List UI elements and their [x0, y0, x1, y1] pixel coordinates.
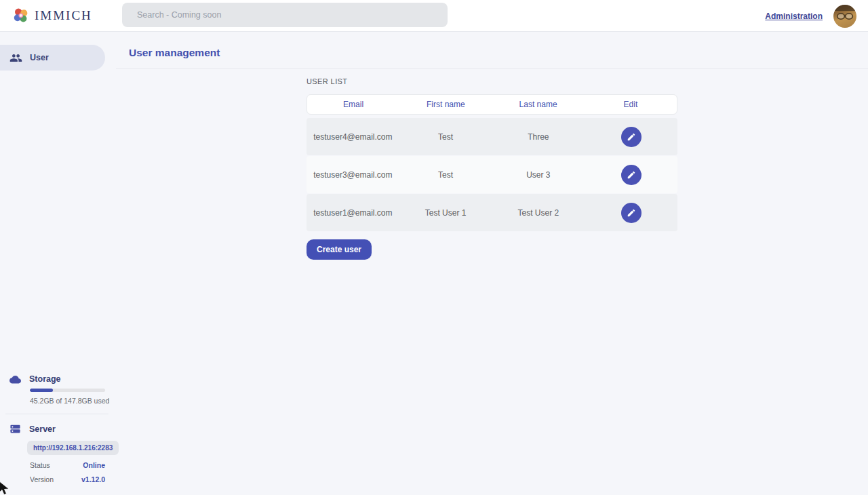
immich-flower-logo-icon — [12, 7, 30, 24]
storage-progress-fill — [30, 389, 53, 392]
table-row: testuser1@email.com Test User 1 Test Use… — [307, 194, 677, 231]
sidebar-divider — [5, 414, 108, 414]
table-row: testuser3@email.com Test User 3 — [307, 156, 677, 193]
server-version-row: Version v1.12.0 — [30, 475, 105, 483]
search-bar — [122, 3, 448, 27]
user-avatar[interactable] — [833, 5, 856, 28]
user-list-section-title: USER LIST — [307, 77, 677, 85]
storage-usage-text: 45.2GB of 147.8GB used — [30, 397, 116, 405]
sidebar-item-user-label: User — [30, 53, 49, 62]
server-section-header: Server — [0, 423, 116, 435]
user-table-header: Email First name Last name Edit — [307, 94, 677, 115]
cell-email: testuser1@email.com — [307, 208, 399, 218]
table-row: testuser4@email.com Test Three — [307, 118, 677, 155]
storage-title: Storage — [29, 374, 61, 384]
cell-email: testuser4@email.com — [307, 132, 399, 142]
column-header-edit: Edit — [585, 100, 677, 109]
column-header-email: Email — [307, 100, 399, 109]
cell-email: testuser3@email.com — [307, 170, 399, 180]
cell-last-name: Three — [492, 132, 585, 142]
title-divider — [116, 68, 868, 69]
server-status-row: Status Online — [30, 461, 105, 469]
cell-first-name: Test — [399, 170, 492, 180]
glasses-graphic — [835, 12, 854, 21]
pencil-icon — [627, 170, 636, 180]
storage-progress-bar — [30, 389, 105, 392]
brand: IMMICH — [12, 7, 92, 24]
cell-first-name: Test — [399, 132, 492, 142]
edit-user-button[interactable] — [621, 203, 642, 223]
top-bar: IMMICH Administration — [0, 0, 868, 32]
administration-link[interactable]: Administration — [765, 12, 823, 21]
sidebar-item-user[interactable]: User — [0, 45, 105, 71]
server-url-badge: http://192.168.1.216:2283 — [27, 441, 119, 455]
server-title: Server — [29, 424, 56, 434]
topbar-right: Administration — [765, 0, 856, 32]
main-content: User management USER LIST Email First na… — [116, 32, 868, 494]
status-value: Online — [83, 461, 105, 469]
avatar-shadow — [833, 5, 856, 11]
version-value: v1.12.0 — [81, 475, 105, 483]
cell-last-name: User 3 — [492, 170, 585, 180]
status-label: Status — [30, 461, 50, 469]
pencil-icon — [627, 208, 636, 218]
page-title: User management — [129, 47, 868, 59]
create-user-button[interactable]: Create user — [307, 239, 372, 260]
cell-first-name: Test User 1 — [399, 208, 492, 218]
cloud-icon — [9, 374, 21, 384]
edit-user-button[interactable] — [621, 165, 642, 185]
column-header-last-name: Last name — [492, 100, 585, 109]
edit-user-button[interactable] — [621, 127, 642, 147]
brand-name: IMMICH — [35, 8, 92, 23]
search-input[interactable] — [122, 3, 448, 27]
sidebar-bottom: Storage 45.2GB of 147.8GB used Server — [0, 374, 116, 494]
pencil-icon — [627, 132, 636, 142]
cell-last-name: Test User 2 — [492, 208, 585, 218]
version-label: Version — [30, 475, 54, 483]
storage-section-header: Storage — [0, 374, 116, 384]
sidebar: User Storage 45.2GB of 147.8GB used — [0, 32, 116, 494]
user-table-body: testuser4@email.com Test Three testuser3… — [307, 118, 677, 231]
group-icon — [9, 52, 22, 64]
server-icon — [9, 423, 21, 435]
column-header-first-name: First name — [399, 100, 492, 109]
